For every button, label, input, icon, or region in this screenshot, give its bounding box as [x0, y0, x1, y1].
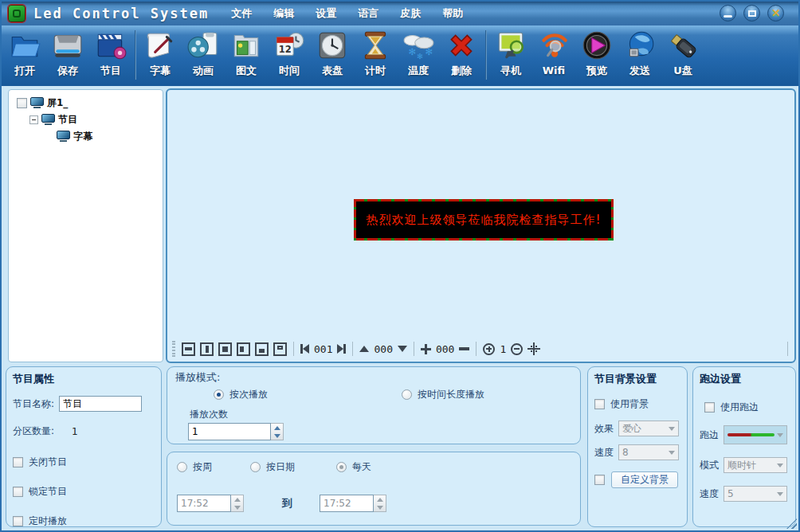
use-background-checkbox[interactable]	[594, 399, 605, 409]
close-program-checkbox[interactable]	[13, 457, 23, 467]
minimize-button[interactable]	[720, 5, 736, 22]
border-mode-dropdown[interactable]: 顺时针	[724, 457, 787, 473]
last-frame-button[interactable]	[337, 344, 346, 354]
use-border-checkbox[interactable]	[704, 402, 715, 413]
toolbar-open-button[interactable]: 打开	[3, 27, 46, 83]
animation-reel-icon	[186, 27, 221, 64]
decrease-button[interactable]	[459, 347, 469, 350]
toolbar-dial-button[interactable]: 表盘	[311, 27, 354, 83]
menu-edit[interactable]: 编辑	[273, 6, 294, 21]
menu-file[interactable]: 文件	[231, 6, 252, 21]
toolbar-wifi-button[interactable]: Wifi	[532, 27, 575, 83]
first-frame-button[interactable]	[300, 344, 309, 354]
svg-text:✻: ✻	[425, 46, 433, 57]
subtitle-node-icon	[57, 131, 70, 142]
toolbar-find-device-button[interactable]: 寻机	[489, 27, 532, 83]
toolbar-temperature-button[interactable]: ✻✻✻ 温度	[397, 27, 440, 83]
zoom-level: 1	[500, 343, 506, 355]
daily-radio[interactable]	[336, 462, 347, 472]
screen1-checkbox[interactable]	[17, 98, 27, 108]
timed-play-label: 定时播放	[29, 514, 67, 528]
time-from-input[interactable]	[177, 495, 231, 512]
align-left-button[interactable]	[237, 342, 250, 356]
play-by-duration-radio[interactable]	[402, 389, 412, 400]
border-speed-dropdown[interactable]: 5	[724, 486, 787, 502]
weekly-radio[interactable]	[177, 462, 187, 472]
time-from-spinner[interactable]	[231, 495, 244, 512]
align-center-button[interactable]	[218, 342, 232, 356]
zoom-in-button[interactable]	[483, 343, 495, 355]
toolbar-delete-button[interactable]: 删除	[440, 27, 483, 83]
effect-dropdown[interactable]: 爱心	[618, 421, 679, 436]
move-down-button[interactable]	[398, 346, 407, 352]
led-text: 热烈欢迎上级领导莅临我院检查指导工作!	[356, 201, 611, 238]
lock-program-checkbox[interactable]	[13, 487, 23, 497]
by-date-radio[interactable]	[250, 462, 261, 472]
fit-to-screen-button[interactable]	[527, 342, 540, 355]
tree-item-subtitle[interactable]: 字幕	[12, 128, 159, 144]
time-to-input[interactable]	[320, 495, 374, 512]
find-device-icon	[493, 27, 528, 64]
close-button[interactable]: ✕	[767, 5, 784, 22]
preview-canvas[interactable]: 热烈欢迎上级领导莅临我院检查指导工作! 001 000 000 1	[166, 88, 796, 363]
border-style-dropdown[interactable]	[724, 425, 787, 444]
menu-skin[interactable]: 皮肤	[400, 6, 421, 21]
menu-help[interactable]: 帮助	[442, 6, 463, 21]
align-center-vertical-button[interactable]	[200, 342, 214, 356]
custom-background-button[interactable]: 自定义背景	[611, 471, 678, 488]
temperature-cloud-icon: ✻✻✻	[401, 27, 436, 64]
toolbar-subtitle-button[interactable]: 字幕	[139, 27, 182, 83]
led-display[interactable]: 热烈欢迎上级领导莅临我院检查指导工作!	[354, 199, 614, 241]
align-top-button[interactable]	[273, 342, 287, 356]
timed-play-checkbox[interactable]	[13, 516, 23, 526]
program-node-icon	[41, 114, 55, 125]
tree-item-program[interactable]: 节目	[12, 111, 159, 127]
by-date-option[interactable]: 按日期	[250, 460, 295, 474]
program-name-input[interactable]	[59, 396, 142, 412]
play-count-input[interactable]	[188, 423, 271, 440]
screen-icon	[30, 97, 44, 108]
collapse-expander-icon[interactable]	[29, 115, 38, 124]
border-style-label: 跑边	[700, 428, 719, 442]
toolbar-send-button[interactable]: 发送	[618, 27, 661, 83]
zoom-out-button[interactable]	[511, 343, 523, 355]
weekly-option[interactable]: 按周	[177, 460, 212, 474]
effect-value: 爱心	[622, 422, 666, 436]
toolbar-separator	[787, 342, 788, 356]
toolbar-graphics-button[interactable]: 图文	[225, 27, 268, 83]
toolbar-timer-button[interactable]: 计时	[354, 27, 397, 83]
toolbar-grip-handle[interactable]	[172, 341, 175, 357]
border-color-preview	[727, 433, 775, 436]
daily-option[interactable]: 每天	[336, 460, 371, 474]
menu-language[interactable]: 语言	[358, 6, 378, 21]
align-bottom-button[interactable]	[255, 342, 269, 356]
play-by-duration-option[interactable]: 按时间长度播放	[402, 388, 484, 401]
menu-settings[interactable]: 设置	[316, 6, 336, 21]
toolbar-animation-button[interactable]: 动画	[182, 27, 225, 83]
maximize-icon	[748, 10, 756, 17]
toolbar-program-button[interactable]: 节目	[89, 27, 132, 83]
align-middle-horizontal-button[interactable]	[182, 342, 195, 356]
lock-program-row: 锁定节目	[13, 485, 155, 499]
toolbar-time-button[interactable]: 12 时间	[268, 27, 311, 83]
toolbar-usb-button[interactable]: U盘	[661, 27, 704, 83]
move-up-button[interactable]	[359, 346, 369, 352]
play-count-spinner[interactable]	[271, 423, 284, 440]
svg-text:✻: ✻	[417, 52, 423, 61]
toolbar-save-button[interactable]: 保存	[46, 27, 89, 83]
tree-item-screen1[interactable]: 屏1_	[12, 95, 159, 111]
app-logo-icon	[8, 5, 25, 22]
toolbar-preview-button[interactable]: 预览	[575, 27, 618, 83]
play-count-label: 播放次数	[190, 408, 572, 421]
border-settings-panel: 跑边设置 使用跑边 跑边 模式 顺时针 速度 5	[692, 366, 796, 527]
play-by-count-radio[interactable]	[214, 389, 224, 400]
spin-up-icon	[274, 426, 280, 430]
play-by-count-option[interactable]: 按次播放	[214, 388, 268, 401]
custom-background-checkbox[interactable]	[594, 475, 605, 485]
svg-text:12: 12	[279, 44, 292, 55]
time-to-spinner[interactable]	[374, 495, 386, 512]
increase-button[interactable]	[421, 344, 431, 354]
bg-speed-value: 8	[622, 447, 666, 458]
bg-speed-dropdown[interactable]: 8	[618, 444, 679, 460]
maximize-button[interactable]	[743, 5, 760, 22]
